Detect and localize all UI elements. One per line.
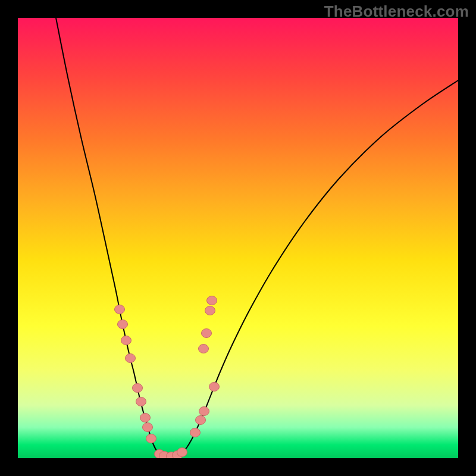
data-marker	[115, 305, 125, 314]
data-marker	[196, 416, 206, 425]
chart-svg	[18, 18, 458, 458]
data-marker	[202, 329, 212, 338]
data-marker	[126, 354, 136, 363]
data-marker	[146, 434, 156, 443]
data-marker	[177, 448, 187, 457]
plot-area	[18, 18, 458, 458]
data-marker	[205, 306, 215, 315]
data-marker	[190, 428, 201, 437]
data-marker	[199, 407, 209, 416]
data-marker	[209, 383, 220, 392]
data-marker	[133, 384, 143, 393]
curve-layer	[56, 18, 458, 457]
data-marker	[199, 345, 209, 353]
curve-left-branch	[56, 18, 170, 457]
data-marker	[207, 296, 217, 305]
data-marker	[143, 423, 153, 432]
chart-frame: TheBottleneck.com	[0, 0, 476, 476]
data-marker	[118, 320, 128, 329]
data-marker	[140, 414, 151, 422]
curve-right-branch	[170, 80, 458, 457]
data-marker	[136, 397, 146, 406]
data-marker	[121, 336, 131, 345]
watermark-text: TheBottleneck.com	[324, 2, 469, 21]
marker-layer	[115, 296, 220, 459]
